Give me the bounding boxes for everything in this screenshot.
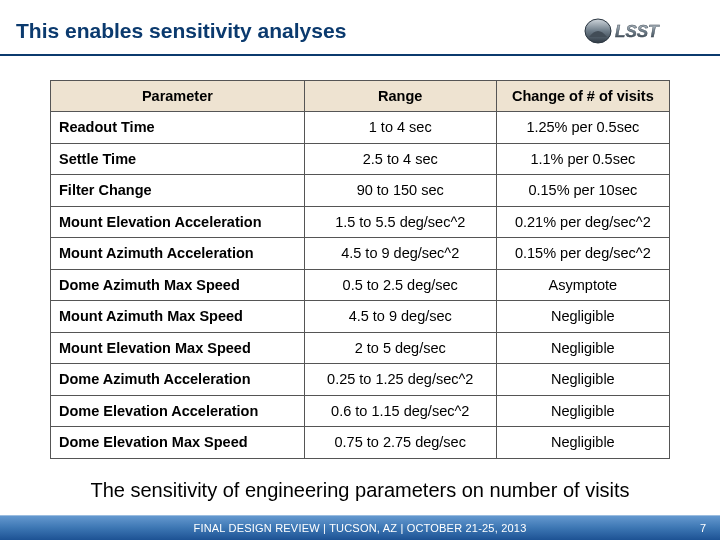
- cell-parameter: Dome Azimuth Acceleration: [51, 364, 305, 395]
- slide-header: This enables sensitivity analyses LSST: [0, 0, 720, 56]
- table-row: Dome Elevation Max Speed0.75 to 2.75 deg…: [51, 427, 670, 458]
- cell-parameter: Settle Time: [51, 143, 305, 174]
- cell-range: 0.75 to 2.75 deg/sec: [304, 427, 496, 458]
- cell-change: Negligible: [496, 364, 669, 395]
- cell-range: 90 to 150 sec: [304, 175, 496, 206]
- slide-caption: The sensitivity of engineering parameter…: [0, 469, 720, 502]
- cell-change: Negligible: [496, 395, 669, 426]
- cell-change: 1.25% per 0.5sec: [496, 112, 669, 143]
- table-row: Dome Azimuth Max Speed0.5 to 2.5 deg/sec…: [51, 269, 670, 300]
- cell-change: 0.15% per deg/sec^2: [496, 238, 669, 269]
- page-number: 7: [700, 522, 706, 534]
- cell-parameter: Mount Elevation Acceleration: [51, 206, 305, 237]
- header-change: Change of # of visits: [496, 81, 669, 112]
- table-row: Settle Time2.5 to 4 sec1.1% per 0.5sec: [51, 143, 670, 174]
- footer-divider: [0, 515, 720, 516]
- cell-range: 0.5 to 2.5 deg/sec: [304, 269, 496, 300]
- table-row: Dome Elevation Acceleration0.6 to 1.15 d…: [51, 395, 670, 426]
- cell-change: 1.1% per 0.5sec: [496, 143, 669, 174]
- cell-range: 0.25 to 1.25 deg/sec^2: [304, 364, 496, 395]
- cell-range: 1 to 4 sec: [304, 112, 496, 143]
- table-row: Mount Elevation Max Speed2 to 5 deg/secN…: [51, 332, 670, 363]
- cell-range: 0.6 to 1.15 deg/sec^2: [304, 395, 496, 426]
- table-row: Readout Time1 to 4 sec1.25% per 0.5sec: [51, 112, 670, 143]
- cell-parameter: Dome Elevation Max Speed: [51, 427, 305, 458]
- cell-change: 0.21% per deg/sec^2: [496, 206, 669, 237]
- table-row: Filter Change90 to 150 sec0.15% per 10se…: [51, 175, 670, 206]
- svg-text:LSST: LSST: [615, 22, 660, 41]
- lsst-logo-icon: LSST: [584, 14, 704, 48]
- cell-range: 4.5 to 9 deg/sec^2: [304, 238, 496, 269]
- cell-parameter: Mount Azimuth Max Speed: [51, 301, 305, 332]
- table-row: Mount Elevation Acceleration1.5 to 5.5 d…: [51, 206, 670, 237]
- header-parameter: Parameter: [51, 81, 305, 112]
- cell-parameter: Filter Change: [51, 175, 305, 206]
- cell-parameter: Readout Time: [51, 112, 305, 143]
- cell-range: 4.5 to 9 deg/sec: [304, 301, 496, 332]
- cell-range: 1.5 to 5.5 deg/sec^2: [304, 206, 496, 237]
- cell-range: 2 to 5 deg/sec: [304, 332, 496, 363]
- cell-parameter: Mount Elevation Max Speed: [51, 332, 305, 363]
- cell-change: 0.15% per 10sec: [496, 175, 669, 206]
- cell-range: 2.5 to 4 sec: [304, 143, 496, 174]
- lsst-logo: LSST: [584, 14, 704, 48]
- cell-change: Negligible: [496, 301, 669, 332]
- cell-parameter: Dome Azimuth Max Speed: [51, 269, 305, 300]
- header-range: Range: [304, 81, 496, 112]
- cell-change: Asymptote: [496, 269, 669, 300]
- footer-text: FINAL DESIGN REVIEW | TUCSON, AZ | OCTOB…: [194, 522, 527, 534]
- table-row: Dome Azimuth Acceleration0.25 to 1.25 de…: [51, 364, 670, 395]
- table-container: Parameter Range Change of # of visits Re…: [0, 56, 720, 469]
- sensitivity-table: Parameter Range Change of # of visits Re…: [50, 80, 670, 459]
- table-header-row: Parameter Range Change of # of visits: [51, 81, 670, 112]
- table-row: Mount Azimuth Max Speed4.5 to 9 deg/secN…: [51, 301, 670, 332]
- cell-parameter: Mount Azimuth Acceleration: [51, 238, 305, 269]
- slide-footer: FINAL DESIGN REVIEW | TUCSON, AZ | OCTOB…: [0, 516, 720, 540]
- table-row: Mount Azimuth Acceleration4.5 to 9 deg/s…: [51, 238, 670, 269]
- cell-change: Negligible: [496, 332, 669, 363]
- slide-title: This enables sensitivity analyses: [16, 19, 346, 43]
- cell-parameter: Dome Elevation Acceleration: [51, 395, 305, 426]
- cell-change: Negligible: [496, 427, 669, 458]
